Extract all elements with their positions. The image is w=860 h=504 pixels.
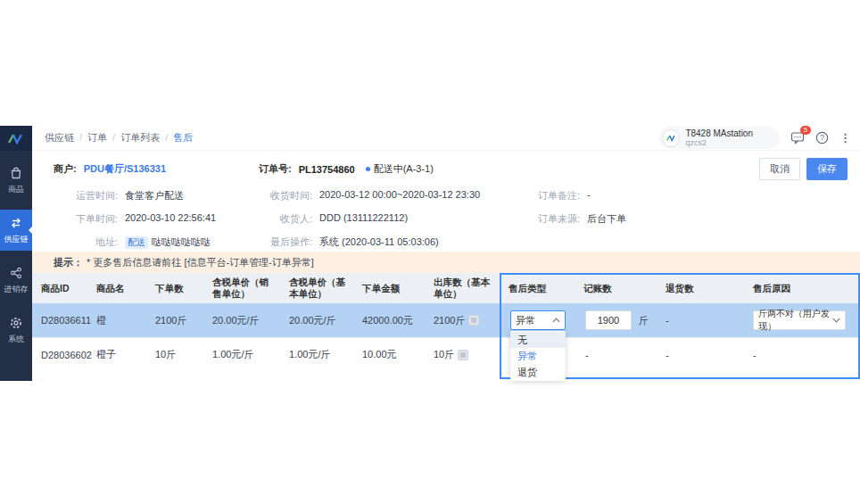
save-button[interactable]: 保存 — [806, 158, 848, 180]
sidebar-item-inventory[interactable]: 进销存 — [0, 260, 32, 301]
cell-unit-price-base: 20.00元/斤 — [280, 314, 353, 327]
order-no-label: 订单号: — [259, 162, 292, 176]
field-label: 地址: — [54, 235, 118, 249]
order-status: 配送中(A-3-1) — [366, 162, 434, 176]
cell-return-qty: - — [657, 315, 744, 326]
message-count-badge: 5 — [800, 126, 811, 135]
help-icon: ? — [815, 131, 829, 145]
aftersales-reason-value: 斤两不对（用户发现） — [758, 308, 832, 333]
field-label: 收货时间: — [259, 189, 312, 202]
breadcrumb-order-list[interactable]: 订单列表 — [120, 131, 173, 145]
status-dot-icon — [366, 167, 370, 171]
topbar-actions: T8428 MAstation qzcs2 5 ? — [659, 127, 851, 149]
order-items-table: 商品ID 商品名 下单数 含税单价（销售单位） 含税单价（基本单位） 下单金额 … — [32, 273, 860, 382]
dropdown-option-none[interactable]: 无 — [510, 332, 566, 348]
col-header: 售后原因 — [744, 279, 860, 298]
swap-icon — [9, 216, 23, 230]
cell-account-qty: - — [575, 350, 657, 360]
notice-label: 提示： — [54, 256, 83, 269]
col-header: 下单数 — [146, 279, 203, 298]
app-logo[interactable] — [0, 126, 32, 151]
cell-unit-price-sale: 1.00元/斤 — [203, 348, 280, 361]
outbound-qty-text: 10斤 — [434, 348, 454, 361]
col-header: 商品ID — [32, 279, 87, 298]
dropdown-option-return[interactable]: 退货 — [510, 364, 566, 380]
table-row: D28036602 橙子 10斤 1.00元/斤 1.00元/斤 10.00元 … — [32, 337, 860, 371]
gear-icon — [9, 316, 23, 330]
breadcrumb-supply-chain[interactable]: 供应链 — [45, 131, 87, 145]
cell-product-name: 橙 — [87, 314, 146, 327]
delivery-tag: 配送 — [125, 236, 148, 249]
field-label: 下单时间: — [54, 212, 118, 226]
cell-outbound-qty: 10斤 — [425, 348, 500, 361]
user-name: T8428 MAstation — [685, 128, 753, 138]
sidebar: 商品 供应链 进销存 系统 — [0, 126, 32, 381]
field-value: 食堂客户配送 — [125, 189, 184, 202]
col-header: 含税单价（销售单位） — [203, 273, 280, 303]
merchant-link[interactable]: PDU餐厅/S136331 — [84, 162, 166, 176]
sidebar-item-system[interactable]: 系统 — [0, 310, 32, 351]
notice-text: * 更多售后信息请前往 [信息平台-订单管理-订单异常] — [87, 256, 314, 269]
field-value: DDD (13111222112) — [319, 212, 408, 223]
merchant-label: 商户: — [54, 162, 77, 176]
cell-order-qty: 10斤 — [146, 348, 203, 361]
col-header: 出库数（基本单位） — [425, 273, 500, 303]
sidebar-item-label: 供应链 — [2, 234, 30, 245]
cell-return-qty: - — [657, 350, 744, 360]
topbar: 供应链 订单 订单列表 售后 T8428 MAstation qzcs2 — [32, 126, 860, 151]
chevron-up-icon — [552, 318, 560, 323]
order-no-value: PL13754860 — [299, 164, 355, 175]
col-header: 记账数 — [575, 279, 657, 298]
field-label: 订单来源: — [526, 212, 580, 226]
cell-product-name: 橙子 — [87, 348, 146, 361]
cell-order-qty: 2100斤 — [146, 314, 203, 327]
breadcrumb-aftersales[interactable]: 售后 — [173, 131, 193, 145]
table-header-row: 商品ID 商品名 下单数 含税单价（销售单位） 含税单价（基本单位） 下单金额 … — [32, 273, 860, 303]
help-button[interactable]: ? — [815, 131, 829, 145]
field-value: 2020-03-10 22:56:41 — [125, 212, 216, 223]
aftersales-type-value: 异常 — [516, 314, 535, 327]
field-value: 后台下单 — [587, 212, 626, 226]
more-menu-button[interactable]: ⋮ — [839, 131, 851, 145]
col-header: 商品名 — [87, 279, 146, 298]
record-icon[interactable] — [468, 315, 479, 326]
breadcrumb: 供应链 订单 订单列表 售后 — [45, 131, 193, 145]
aftersales-type-select[interactable]: 异常 — [510, 310, 566, 330]
cell-order-amount: 42000.00元 — [353, 314, 425, 327]
field-label: 收货人: — [259, 212, 312, 226]
share-icon — [9, 266, 23, 280]
outbound-qty-text: 2100斤 — [434, 314, 465, 327]
table-row: D28036611 橙 2100斤 20.00元/斤 20.00元/斤 4200… — [32, 303, 860, 337]
messages-button[interactable]: 5 — [790, 131, 805, 145]
breadcrumb-orders[interactable]: 订单 — [87, 131, 120, 145]
chevron-down-icon — [832, 318, 840, 323]
sidebar-item-label: 进销存 — [2, 284, 30, 295]
cell-unit-price-base: 1.00元/斤 — [280, 348, 353, 361]
svg-text:?: ? — [820, 133, 824, 142]
col-header: 售后类型 — [500, 279, 575, 298]
aftersales-reason-select[interactable]: 斤两不对（用户发现） — [753, 310, 846, 330]
aftersales-type-dropdown: 无 异常 退货 — [510, 331, 566, 381]
address-value: 配送哒哒哒哒哒哒 — [125, 235, 211, 249]
cancel-button[interactable]: 取消 — [759, 158, 800, 180]
record-icon[interactable] — [458, 350, 468, 360]
bag-icon — [9, 166, 23, 180]
address-text: 哒哒哒哒哒哒 — [152, 236, 211, 247]
col-header: 下单金额 — [353, 279, 425, 298]
order-info-section: 取消 保存 商户: PDU餐厅/S136331 订单号: PL13754860 … — [32, 151, 860, 252]
sidebar-item-label: 商品 — [2, 184, 30, 195]
cell-unit-price-sale: 20.00元/斤 — [203, 314, 280, 327]
sidebar-item-goods[interactable]: 商品 — [0, 160, 32, 201]
sidebar-item-label: 系统 — [2, 334, 30, 345]
cell-outbound-qty: 2100斤 — [425, 314, 500, 327]
user-menu[interactable]: T8428 MAstation qzcs2 — [659, 127, 780, 149]
sidebar-item-supply-chain[interactable]: 供应链 — [0, 210, 32, 251]
user-subname: qzcs2 — [685, 138, 753, 147]
col-header: 退货数 — [657, 279, 744, 298]
app-window: 商品 供应链 进销存 系统 — [0, 126, 860, 381]
account-qty-input[interactable] — [585, 310, 632, 330]
field-value: 系统 (2020-03-11 05:03:06) — [319, 235, 439, 249]
qty-unit: 斤 — [639, 314, 649, 327]
dropdown-option-abnormal[interactable]: 异常 — [510, 348, 566, 364]
avatar — [662, 129, 680, 147]
